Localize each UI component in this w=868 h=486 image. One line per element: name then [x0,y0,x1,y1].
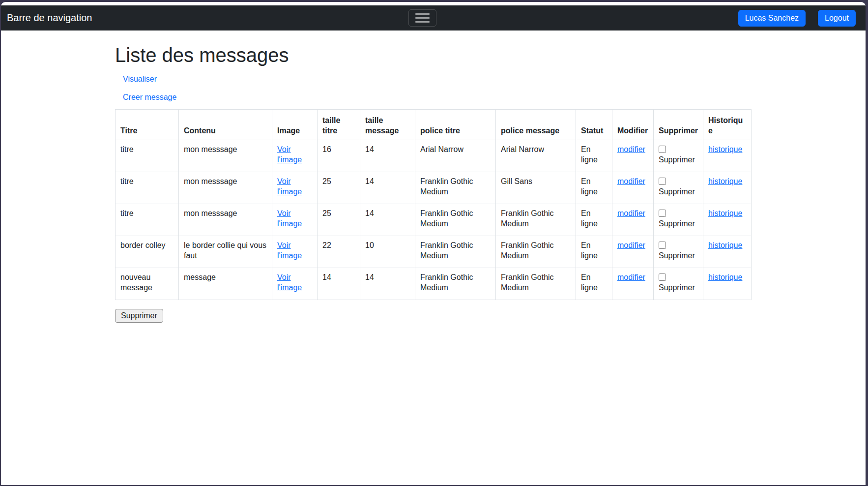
cell-police-message: Franklin Gothic Medium [496,204,576,236]
historique-link[interactable]: historique [708,209,742,217]
cell-contenu: message [179,268,272,300]
cell-police-message: Arial Narrow [496,140,576,172]
col-header-image: Image [272,110,318,140]
cell-titre: titre [116,204,179,236]
page-title: Liste des messages [115,44,866,66]
cell-modifier: modifier [612,204,654,236]
modifier-link[interactable]: modifier [617,241,645,249]
col-header-taille-message: taille message [360,110,415,140]
col-header-police-message: police message [496,110,576,140]
cell-supprimer: Supprimer [654,204,703,236]
visualiser-link[interactable]: Visualiser [115,70,165,88]
messages-table: Titre Contenu Image taille titre taille … [115,109,752,300]
cell-statut: En ligne [576,236,612,268]
table-row: titre mon messsage Voir l'image 25 14 Fr… [116,172,752,204]
cell-image: Voir l'image [272,268,318,300]
historique-link[interactable]: historique [708,145,742,153]
col-header-police-titre: police titre [415,110,496,140]
cell-modifier: modifier [612,236,654,268]
cell-taille-titre: 16 [318,140,360,172]
cell-historique: historique [703,140,752,172]
voir-image-link[interactable]: Voir l'image [277,273,302,292]
navbar-toggler-button[interactable] [408,9,436,27]
cell-titre: titre [116,172,179,204]
table-row: titre mon messsage Voir l'image 16 14 Ar… [116,140,752,172]
cell-modifier: modifier [612,268,654,300]
cell-historique: historique [703,268,752,300]
cell-supprimer: Supprimer [654,268,703,300]
cell-police-titre: Franklin Gothic Medium [415,268,496,300]
cell-statut: En ligne [576,172,612,204]
delete-checkbox-label: Supprimer [659,283,695,292]
col-header-contenu: Contenu [179,110,272,140]
voir-image-link[interactable]: Voir l'image [277,241,302,260]
cell-police-message: Gill Sans [496,172,576,204]
cell-supprimer: Supprimer [654,140,703,172]
delete-checkbox[interactable] [659,273,666,281]
modifier-link[interactable]: modifier [617,273,645,281]
col-header-supprimer: Supprimer [654,110,703,140]
delete-checkbox-label: Supprimer [659,251,695,260]
col-header-statut: Statut [576,110,612,140]
delete-checkbox-label: Supprimer [659,155,695,164]
cell-taille-message: 14 [360,140,415,172]
historique-link[interactable]: historique [708,177,742,185]
cell-image: Voir l'image [272,204,318,236]
modifier-link[interactable]: modifier [617,177,645,185]
col-header-modifier: Modifier [612,110,654,140]
browser-content-area: Barre de navigation Lucas Sanchez Logout… [1,2,866,485]
table-row: nouveau message message Voir l'image 14 … [116,268,752,300]
hamburger-icon [415,13,430,15]
modifier-link[interactable]: modifier [617,209,645,217]
modifier-link[interactable]: modifier [617,145,645,153]
delete-checkbox[interactable] [659,178,666,185]
cell-image: Voir l'image [272,236,318,268]
col-header-taille-titre: taille titre [318,110,360,140]
cell-supprimer: Supprimer [654,236,703,268]
historique-link[interactable]: historique [708,273,742,281]
navbar-brand: Barre de navigation [7,12,92,24]
cell-police-titre: Franklin Gothic Medium [415,236,496,268]
cell-taille-titre: 14 [318,268,360,300]
cell-taille-titre: 25 [318,172,360,204]
cell-modifier: modifier [612,172,654,204]
hamburger-icon-bar [415,21,430,23]
delete-checkbox[interactable] [659,146,666,153]
cell-modifier: modifier [612,140,654,172]
delete-checkbox[interactable] [659,210,666,217]
cell-historique: historique [703,236,752,268]
delete-checkbox-label: Supprimer [659,187,695,196]
voir-image-link[interactable]: Voir l'image [277,177,302,196]
cell-police-message: Franklin Gothic Medium [496,268,576,300]
cell-taille-titre: 22 [318,236,360,268]
historique-link[interactable]: historique [708,241,742,249]
cell-contenu: le border collie qui vous faut [179,236,272,268]
cell-police-titre: Arial Narrow [415,140,496,172]
navbar-actions: Lucas Sanchez Logout [738,10,860,27]
delete-checkbox[interactable] [659,242,666,249]
creer-message-link[interactable]: Creer message [115,88,184,106]
cell-statut: En ligne [576,204,612,236]
cell-police-titre: Franklin Gothic Medium [415,204,496,236]
cell-police-message: Franklin Gothic Medium [496,236,576,268]
navbar: Barre de navigation Lucas Sanchez Logout [1,5,866,30]
delete-checkbox-label: Supprimer [659,219,695,228]
delete-selected-button[interactable]: Supprimer [115,309,163,323]
cell-taille-message: 10 [360,236,415,268]
cell-image: Voir l'image [272,172,318,204]
col-header-titre: Titre [116,110,179,140]
cell-contenu: mon messsage [179,172,272,204]
logout-button[interactable]: Logout [818,10,856,27]
cell-police-titre: Franklin Gothic Medium [415,172,496,204]
cell-titre: titre [116,140,179,172]
user-button[interactable]: Lucas Sanchez [738,10,806,27]
voir-image-link[interactable]: Voir l'image [277,209,302,228]
table-row: titre mon messsage Voir l'image 25 14 Fr… [116,204,752,236]
cell-historique: historique [703,172,752,204]
voir-image-link[interactable]: Voir l'image [277,145,302,164]
table-header-row: Titre Contenu Image taille titre taille … [116,110,752,140]
col-header-historique: Historique [703,110,752,140]
cell-taille-message: 14 [360,204,415,236]
cell-statut: En ligne [576,140,612,172]
cell-contenu: mon messsage [179,204,272,236]
